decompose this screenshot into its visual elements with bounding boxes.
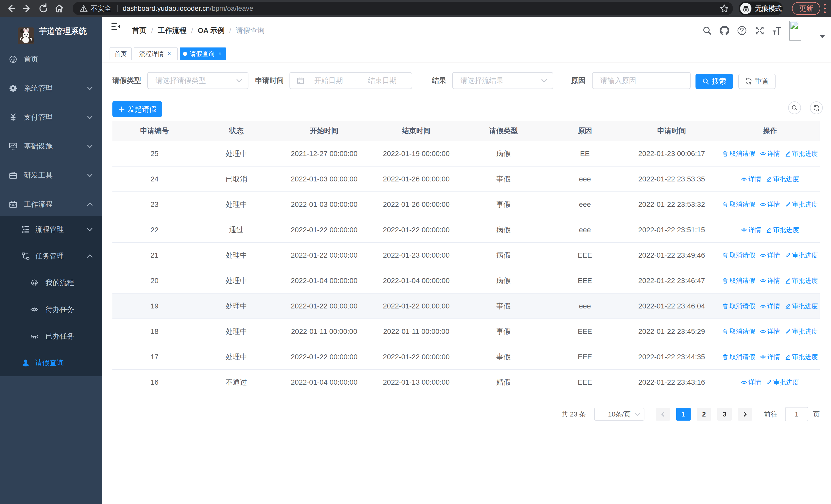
- address-bar[interactable]: 不安全 dashboard.yudao.iocoder.cn/bpm/oa/le…: [73, 2, 733, 15]
- sidebar-menu-item[interactable]: 基础设施: [0, 131, 102, 161]
- breadcrumb-item[interactable]: 首页: [132, 26, 147, 35]
- result-select[interactable]: 请选择流结果: [452, 72, 553, 89]
- approval-progress-link[interactable]: 审批进度: [785, 302, 818, 310]
- approval-progress-link[interactable]: 审批进度: [766, 175, 799, 183]
- leave-type-select[interactable]: 请选择请假类型: [147, 72, 249, 89]
- approval-progress-link[interactable]: 审批进度: [785, 251, 818, 260]
- browser-reload-icon[interactable]: [38, 3, 49, 13]
- sidebar-submenu-item[interactable]: 任务管理: [0, 243, 102, 269]
- approval-progress-link[interactable]: 审批进度: [785, 276, 818, 285]
- cancel-leave-link[interactable]: 取消请假: [722, 200, 755, 209]
- cancel-leave-link[interactable]: 取消请假: [722, 149, 755, 158]
- reset-button[interactable]: 重置: [738, 73, 776, 89]
- tag-close-icon[interactable]: ×: [167, 50, 172, 57]
- breadcrumb-item[interactable]: 工作流程: [158, 26, 187, 35]
- approval-progress-link[interactable]: 审批进度: [766, 226, 799, 234]
- refresh-table-button[interactable]: [810, 101, 823, 114]
- help-icon[interactable]: [737, 26, 747, 35]
- cancel-leave-link[interactable]: 取消请假: [722, 251, 755, 260]
- search-button[interactable]: 搜索: [695, 73, 733, 89]
- cell-reason: EEE: [547, 319, 623, 344]
- detail-link[interactable]: 详情: [741, 226, 761, 234]
- cancel-leave-link[interactable]: 取消请假: [722, 327, 755, 336]
- detail-link[interactable]: 详情: [760, 353, 780, 361]
- cancel-leave-link[interactable]: 取消请假: [722, 302, 755, 310]
- breadcrumb-item[interactable]: OA 示例: [198, 26, 225, 35]
- goto-page-input[interactable]: 1: [785, 407, 808, 421]
- fullscreen-icon[interactable]: [755, 26, 765, 35]
- page-button-1[interactable]: 1: [676, 408, 691, 421]
- briefcase-icon: [9, 200, 17, 208]
- detail-link[interactable]: 详情: [741, 175, 761, 183]
- sidebar-submenu-item[interactable]: 我的流程: [0, 269, 102, 296]
- detail-link[interactable]: 详情: [760, 302, 780, 310]
- page-size-select[interactable]: 10条/页: [594, 408, 644, 421]
- cancel-leave-link[interactable]: 取消请假: [722, 353, 755, 361]
- avatar-caret-icon[interactable]: [819, 34, 826, 39]
- detail-link[interactable]: 详情: [760, 327, 780, 336]
- toggle-search-button[interactable]: [788, 101, 801, 114]
- font-size-icon[interactable]: [772, 26, 782, 35]
- sidebar-submenu-item[interactable]: 请假查询: [0, 350, 102, 376]
- sidebar-menu-item[interactable]: 系统管理: [0, 73, 102, 102]
- browser-home-icon[interactable]: [54, 3, 64, 13]
- tag-process-detail[interactable]: 流程详情 ×: [134, 48, 178, 60]
- sidebar-submenu-item[interactable]: 流程管理: [0, 216, 102, 243]
- sidebar-toggle-icon[interactable]: [111, 22, 120, 31]
- approval-progress-link[interactable]: 审批进度: [785, 149, 818, 158]
- next-page-button[interactable]: [738, 408, 752, 421]
- end-date-input[interactable]: 结束日期: [358, 76, 406, 85]
- approval-progress-link[interactable]: 审批进度: [785, 200, 818, 209]
- approval-progress-link[interactable]: 审批进度: [766, 378, 799, 386]
- create-leave-button[interactable]: 发起请假: [112, 101, 162, 117]
- cell-start-time: 2022-01-04 00:00:00: [276, 370, 372, 395]
- avatar[interactable]: [790, 21, 801, 40]
- detail-link[interactable]: 详情: [760, 149, 780, 158]
- page-button-2[interactable]: 2: [697, 408, 711, 421]
- eye-icon: [760, 354, 766, 360]
- cell-end-time: 2022-01-04 00:00:00: [372, 268, 460, 293]
- start-date-input[interactable]: 开始日期: [305, 76, 353, 85]
- cell-start-time: 2022-01-03 00:00:00: [276, 192, 372, 217]
- chevron-icon: [86, 226, 93, 233]
- sidebar-submenu-item[interactable]: 待办任务: [0, 296, 102, 323]
- tag-leave-query[interactable]: 请假查询 ×: [180, 48, 226, 60]
- detail-link[interactable]: 详情: [760, 251, 780, 260]
- browser-back-icon[interactable]: [6, 3, 16, 13]
- cell-status: 不通过: [197, 370, 276, 395]
- date-range-picker[interactable]: 开始日期 - 结束日期: [289, 72, 412, 89]
- approval-progress-link[interactable]: 审批进度: [785, 327, 818, 336]
- sidebar-menu-item[interactable]: 支付管理: [0, 102, 102, 131]
- trash-icon: [722, 252, 728, 259]
- prev-page-button[interactable]: [656, 408, 670, 421]
- app-logo[interactable]: 芋道管理系统: [0, 17, 102, 45]
- cancel-leave-link[interactable]: 取消请假: [722, 276, 755, 285]
- browser-forward-icon[interactable]: [22, 3, 32, 13]
- breadcrumb-current: 请假查询: [236, 26, 265, 35]
- bookmark-star-icon[interactable]: [720, 4, 729, 13]
- approval-progress-link[interactable]: 审批进度: [785, 353, 818, 361]
- detail-link[interactable]: 详情: [741, 378, 761, 386]
- reason-input[interactable]: 请输入原因: [592, 72, 691, 89]
- sidebar-submenu-item[interactable]: 已办任务: [0, 323, 102, 350]
- tag-close-icon[interactable]: ×: [217, 50, 223, 57]
- header-search-icon[interactable]: [702, 26, 712, 35]
- sidebar-menu-item[interactable]: 研发工具: [0, 161, 102, 190]
- chevron-icon: [86, 143, 93, 150]
- detail-link[interactable]: 详情: [760, 276, 780, 285]
- browser-update-button[interactable]: 更新: [792, 2, 820, 15]
- sidebar-menu-item[interactable]: 首页: [0, 45, 102, 73]
- eye-icon: [760, 252, 766, 259]
- detail-link[interactable]: 详情: [760, 200, 780, 209]
- browser-menu-dots-icon[interactable]: [823, 3, 827, 14]
- github-icon[interactable]: [720, 26, 729, 35]
- page-button-3[interactable]: 3: [717, 408, 732, 421]
- security-label[interactable]: 不安全: [91, 4, 111, 13]
- sidebar-item-label: 待办任务: [46, 305, 74, 314]
- pen-icon: [785, 303, 791, 309]
- search-icon: [791, 105, 798, 111]
- reason-label: 原因: [571, 72, 585, 89]
- tag-home[interactable]: 首页: [110, 48, 132, 60]
- result-label: 结果: [432, 72, 446, 89]
- sidebar-menu-item[interactable]: 工作流程: [0, 190, 102, 219]
